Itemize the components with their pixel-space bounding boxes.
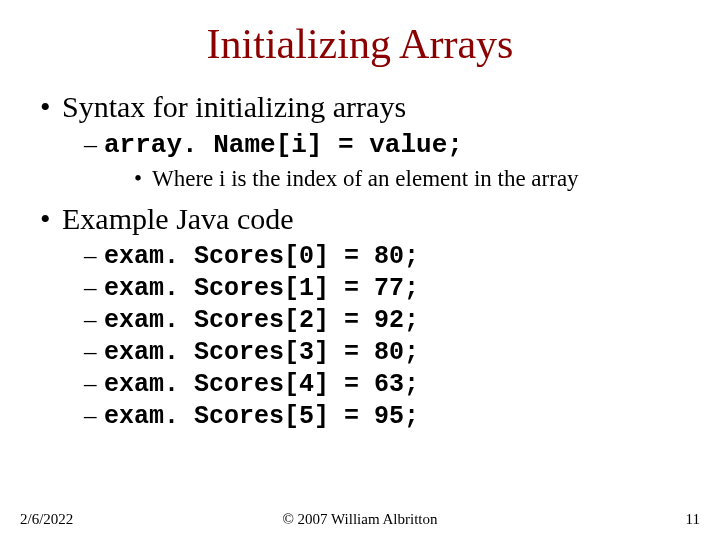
footer-page-number: 11: [686, 511, 700, 528]
footer-copyright: © 2007 William Albritton: [0, 511, 720, 528]
code-line: exam. Scores[2] = 92;: [40, 306, 680, 335]
code-line: exam. Scores[0] = 80;: [40, 242, 680, 271]
code-line: exam. Scores[5] = 95;: [40, 402, 680, 431]
code-line: exam. Scores[3] = 80;: [40, 338, 680, 367]
bullet-syntax-header: Syntax for initializing arrays: [40, 90, 680, 124]
code-line: exam. Scores[4] = 63;: [40, 370, 680, 399]
bullet-syntax-note: Where i is the index of an element in th…: [40, 166, 680, 192]
bullet-example-header: Example Java code: [40, 202, 680, 236]
slide: Initializing Arrays Syntax for initializ…: [0, 0, 720, 540]
bullet-syntax-code: array. Name[i] = value;: [40, 130, 680, 160]
code-line: exam. Scores[1] = 77;: [40, 274, 680, 303]
slide-title: Initializing Arrays: [40, 20, 680, 68]
